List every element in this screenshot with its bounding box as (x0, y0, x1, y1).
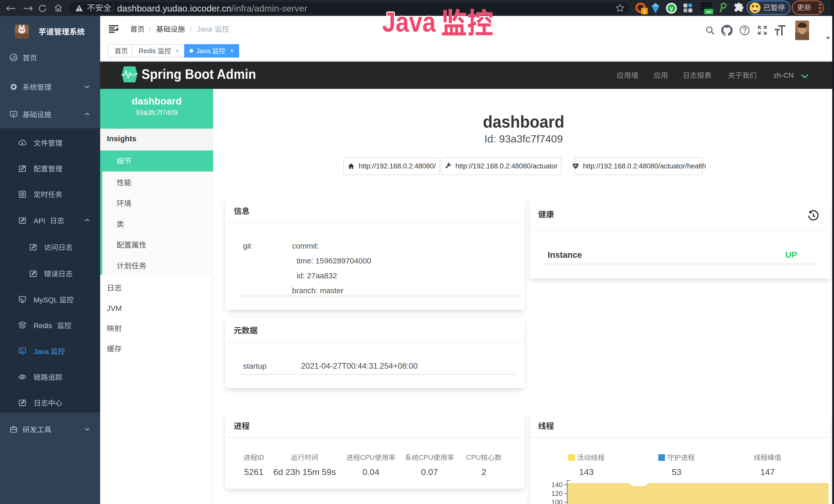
svg-text:120: 120 (551, 489, 563, 497)
svg-text:y: y (670, 5, 673, 12)
svg-text:140: 140 (551, 481, 563, 488)
svg-text:1: 1 (643, 8, 646, 15)
svg-text:100: 100 (551, 498, 563, 504)
svg-text:on: on (706, 9, 711, 14)
